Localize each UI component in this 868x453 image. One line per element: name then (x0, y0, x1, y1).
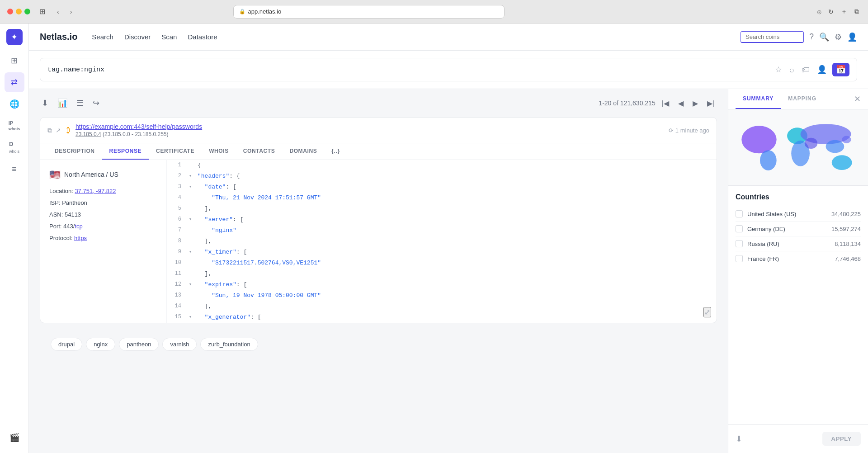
panel-tab-mapping[interactable]: MAPPING (781, 89, 824, 109)
apply-button[interactable]: APPLY (822, 432, 861, 446)
tag-varnish[interactable]: varnish (162, 338, 197, 351)
tag-nginx[interactable]: nginx (86, 338, 115, 351)
panel-download-button[interactable]: ⬇ (736, 434, 742, 444)
app-logo[interactable]: Netlas.io (40, 32, 77, 42)
json-line-1: 1 { (167, 160, 717, 171)
calendar-button[interactable]: 📅 (832, 63, 849, 76)
result-ip-link[interactable]: 23.185.0.4 (75, 131, 101, 137)
tab-description[interactable]: DESCRIPTION (47, 143, 102, 160)
svg-point-8 (842, 136, 851, 143)
sidebar-item-host[interactable]: ⊞ (5, 51, 24, 71)
copy-button[interactable]: ⧉ (47, 127, 52, 134)
share-results-button[interactable]: ↪ (91, 96, 101, 110)
country-count-fr: 7,746,468 (835, 255, 861, 262)
location-coords-link[interactable]: 37.751, -97.822 (75, 188, 116, 194)
profile-search-button[interactable]: 🔍 (819, 32, 829, 42)
tcp-link[interactable]: tcp (75, 223, 82, 230)
country-name-ru: Russia (RU) (747, 241, 830, 247)
person-button[interactable]: 👤 (815, 63, 829, 76)
forward-button[interactable]: › (67, 6, 75, 17)
sidebar-toggle-button[interactable]: ⊞ (36, 5, 49, 18)
tag-drupal[interactable]: drupal (51, 338, 82, 351)
external-link-button[interactable]: ↗ (56, 127, 61, 134)
result-time: ⟳ 1 minute ago (669, 127, 709, 134)
panel-close-button[interactable]: ✕ (854, 94, 861, 104)
help-button[interactable]: ? (809, 32, 814, 42)
media-icon: 🎬 (9, 433, 19, 443)
search-section: tag.name:nginx ☆ ⌕ 🏷 👤 📅 (29, 51, 868, 89)
sidebar-item-domain[interactable]: Dwhois (5, 137, 24, 157)
nav-discover[interactable]: Discover (124, 31, 151, 42)
new-tab-button[interactable]: ＋ (839, 6, 849, 18)
last-page-button[interactable]: ▶| (704, 97, 717, 109)
country-checkbox-fr[interactable] (736, 255, 743, 262)
tag-pantheon[interactable]: pantheon (119, 338, 159, 351)
browser-chrome: ⊞ ‹ › 🔒 app.netlas.io ⎋ ↻ ＋ ⧉ (0, 0, 868, 24)
minimize-button[interactable] (16, 9, 22, 14)
json-line-14: 14 ], (167, 301, 717, 312)
sidebar-item-ip-whois[interactable]: IPwhois (5, 116, 24, 136)
back-button[interactable]: ‹ (54, 6, 62, 17)
country-name-us: United States (US) (747, 211, 827, 217)
settings-button[interactable]: ⚙ (835, 32, 842, 42)
nav-datastore[interactable]: Datastore (188, 31, 217, 42)
tab-response[interactable]: RESPONSE (102, 143, 149, 160)
sidebar-item-global[interactable]: 🌐 (5, 94, 24, 114)
tab-contacts[interactable]: CONTACTS (236, 143, 283, 160)
svg-point-5 (805, 138, 818, 149)
tab-certificate[interactable]: CERTIFICATE (149, 143, 202, 160)
list-view-button[interactable]: ☰ (75, 96, 85, 110)
prev-page-button[interactable]: ◀ (675, 97, 686, 109)
search-input[interactable]: tag.name:nginx (47, 66, 768, 74)
country-row-de: Germany (DE) 15,597,274 (736, 222, 861, 236)
json-viewer: 1 { 2 ▾ "headers": { 3 ▾ (167, 160, 717, 323)
address-bar: 🔒 app.netlas.io (233, 5, 505, 19)
tag-button[interactable]: 🏷 (800, 63, 811, 76)
result-url: https://example.com:443/self-help/passwo… (75, 123, 663, 137)
json-line-9: 9 ▾ "x_timer": [ (167, 247, 717, 258)
nav-search[interactable]: Search (92, 31, 113, 42)
result-url-link[interactable]: https://example.com:443/self-help/passwo… (75, 123, 202, 130)
dns-icon: ⇄ (11, 77, 18, 87)
time-ago: 1 minute ago (675, 127, 709, 134)
close-button[interactable] (7, 9, 13, 14)
tab-domains[interactable]: DOMAINS (282, 143, 324, 160)
right-panel: SUMMARY MAPPING ✕ (728, 89, 868, 453)
expand-json-button[interactable]: ⤢ (703, 307, 711, 317)
app-container: ✦ ⊞ ⇄ 🌐 IPwhois Dwhois ≡ 🎬 Netlas.io (0, 24, 868, 453)
first-page-button[interactable]: |◀ (659, 97, 672, 109)
nav-links: Search Discover Scan Datastore (92, 31, 217, 42)
country-checkbox-de[interactable] (736, 225, 743, 232)
countries-section: Countries United States (US) 34,480,225 … (728, 186, 868, 274)
share-button[interactable]: ⎋ (816, 6, 823, 18)
sidebar-item-dns[interactable]: ⇄ (5, 72, 24, 92)
sidebar-item-media[interactable]: 🎬 (5, 428, 24, 448)
sidebar-item-list[interactable]: ≡ (5, 159, 24, 179)
next-page-button[interactable]: ▶ (690, 97, 701, 109)
tab-whois[interactable]: WHOIS (202, 143, 236, 160)
country-checkbox-ru[interactable] (736, 240, 743, 247)
download-button[interactable]: ⬇ (40, 96, 50, 110)
tab-raw[interactable]: {..} (324, 143, 347, 160)
bookmark-button[interactable]: ☆ (773, 63, 784, 76)
search-bar: tag.name:nginx ☆ ⌕ 🏷 👤 📅 (40, 58, 857, 81)
chart-button[interactable]: 📊 (56, 96, 69, 110)
https-link[interactable]: https (74, 235, 87, 241)
user-button[interactable]: 👤 (847, 32, 857, 42)
panel-tab-summary[interactable]: SUMMARY (736, 89, 781, 109)
results-toolbar: ⬇ 📊 ☰ ↪ 1-20 of 121,630,215 |◀ ◀ ▶ ▶| (40, 96, 717, 110)
browser-actions: ⎋ ↻ ＋ ⧉ (816, 6, 861, 18)
result-url-sub: 23.185.0.4 (23.185.0.0 - 23.185.0.255) (75, 131, 663, 137)
apply-section: ⬇ APPLY (728, 424, 868, 453)
nav-actions: ? 🔍 ⚙ 👤 (741, 31, 857, 43)
search-coins-input[interactable] (741, 31, 804, 43)
split-view-button[interactable]: ⧉ (853, 6, 861, 18)
search-type-button[interactable]: ⌕ (788, 63, 796, 76)
nav-scan[interactable]: Scan (161, 31, 177, 42)
reload-button[interactable]: ↻ (826, 6, 835, 18)
tag-zurb-foundation[interactable]: zurb_foundation (200, 338, 258, 351)
host-icon: ⊞ (11, 56, 18, 66)
country-checkbox-us[interactable] (736, 210, 743, 217)
json-line-10: 10 "S1732211517.502764,VS0,VE1251" (167, 258, 717, 269)
maximize-button[interactable] (24, 9, 30, 14)
